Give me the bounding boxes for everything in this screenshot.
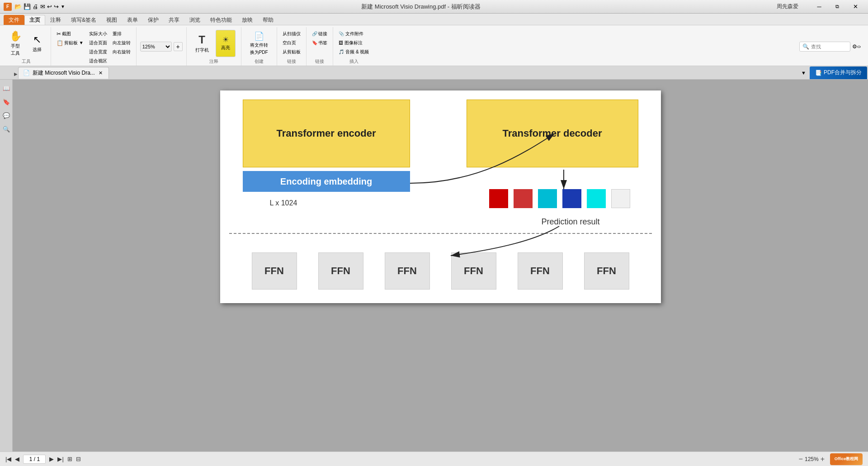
app-icon: F <box>4 3 12 11</box>
search-settings-btn[interactable]: ⚙ <box>852 43 857 50</box>
tools-group-label: 工具 <box>22 58 31 65</box>
tab-help[interactable]: 帮助 <box>258 15 278 25</box>
fit-region-btn[interactable]: 适合视区 <box>87 57 109 65</box>
blank-page-btn[interactable]: 空白页 <box>281 39 298 47</box>
ribbon-tabs: 文件 主页 注释 填写&签名 视图 表单 保护 共享 浏览 特色功能 放映 帮助 <box>0 14 868 25</box>
win-minimize-btn[interactable]: ─ <box>810 0 828 14</box>
from-scanner-btn[interactable]: 从扫描仪 <box>281 30 302 38</box>
hand-tool-btn[interactable]: ✋ 手型工具 <box>5 30 25 57</box>
screenshot-btn[interactable]: ✂截图 <box>55 30 85 38</box>
sidebar-btn-1[interactable]: 📖 <box>1 83 11 93</box>
zoom-in-btn[interactable]: + <box>174 42 183 51</box>
ribbon-group-typewriter: T 打字机 ☀ 高亮 注释 <box>187 27 241 66</box>
next-page-btn[interactable]: ▶ <box>49 456 54 462</box>
last-page-btn[interactable]: ▶| <box>57 456 63 462</box>
decoder-box: Transformer decoder <box>467 100 638 167</box>
page-input[interactable] <box>23 455 46 464</box>
color-squares-row <box>489 189 630 208</box>
link-btn[interactable]: 🔗 链接 <box>310 30 330 38</box>
tab-features[interactable]: 特色功能 <box>205 15 237 25</box>
ffn-box-2: FFN <box>318 252 363 290</box>
doc-tabbar: ▶ 📄 新建 Microsoft Visio Dra... ✕ ▼ 📑 PDF合… <box>0 66 868 80</box>
fit-page-btn[interactable]: 适合页面 <box>87 39 109 47</box>
sidebar-btn-4[interactable]: 🔍 <box>1 124 11 134</box>
win-restore-btn[interactable]: ⧉ <box>828 0 846 14</box>
zoom-controls-status: − 125% + <box>799 455 825 463</box>
tab-dropdown-btn[interactable]: ▼ <box>797 68 810 77</box>
color-sq-lightcyan <box>587 189 606 208</box>
zoom-select[interactable]: 125% 100% 75% 150% <box>140 42 172 52</box>
search-area: 🔍 ⚙ ‹ › <box>794 27 866 66</box>
clipboard-btn[interactable]: 📋剪贴板 ▼ <box>55 39 85 47</box>
encoder-box: Transformer encoder <box>243 100 410 167</box>
tab-share[interactable]: 共享 <box>164 15 184 25</box>
win-close-btn[interactable]: ✕ <box>846 0 864 14</box>
pdf-merge-btn[interactable]: 📑 PDF合并与拆分 <box>810 67 867 79</box>
screenshot-group: ✂截图 📋剪贴板 ▼ <box>55 30 85 47</box>
doc-tab-title: 新建 Microsoft Visio Dra... <box>33 69 95 77</box>
audio-video-btn[interactable]: 🎵 音频 & 视频 <box>337 48 371 56</box>
email-icon[interactable]: ✉ <box>40 3 45 10</box>
convert-pdf-btn[interactable]: 📄 将文件转换为PDF <box>247 30 271 57</box>
highlight-btn[interactable]: ☀ 高亮 <box>216 30 236 57</box>
doc-tab-active[interactable]: 📄 新建 Microsoft Visio Dra... ✕ <box>18 67 109 79</box>
search-icon: 🔍 <box>802 43 809 50</box>
search-box[interactable]: 🔍 <box>799 42 850 52</box>
open-icon[interactable]: 📂 <box>14 3 22 10</box>
color-sq-white <box>611 189 630 208</box>
color-sq-cyan <box>538 189 557 208</box>
typewriter-btn[interactable]: T 打字机 <box>192 30 212 57</box>
encoding-embedding-bar: Encoding embedding <box>243 171 410 192</box>
quick-access-toolbar: 📂 💾 🖨 ✉ ↩ ↪ ▼ <box>14 3 65 10</box>
tab-home[interactable]: 主页 <box>24 15 45 25</box>
insert-group-label: 插入 <box>349 58 359 65</box>
sidebar-btn-2[interactable]: 🔖 <box>1 97 11 107</box>
thumbnail-btn[interactable]: ⊟ <box>76 456 81 462</box>
search-nav-right-btn[interactable]: › <box>859 43 861 50</box>
convert-btn-group: 📄 将文件转换为PDF <box>247 28 271 58</box>
reflow-rotate-group: 重排 向左旋转 向右旋转 <box>111 30 132 56</box>
color-sq-red2 <box>514 189 533 208</box>
office-logo: Office教程网 <box>830 453 863 465</box>
from-clipboard-btn[interactable]: 从剪贴板 <box>281 48 302 56</box>
link-group-label: 链接 <box>287 58 296 65</box>
save-icon[interactable]: 💾 <box>24 3 31 10</box>
fit-width-btn[interactable]: 适合宽度 <box>87 48 109 56</box>
page-view-btn[interactable]: ⊞ <box>67 456 72 462</box>
ribbon-group-insert: 🔗 链接 🔖 书签 链接 <box>307 27 334 66</box>
ffn-box-1: FFN <box>252 252 297 290</box>
print-icon[interactable]: 🖨 <box>33 3 38 10</box>
actual-size-btn[interactable]: 实际大小 <box>87 30 109 38</box>
dashed-divider <box>229 233 652 234</box>
tab-form[interactable]: 表单 <box>122 15 143 25</box>
tab-fill-sign[interactable]: 填写&签名 <box>66 15 101 25</box>
reflow-btn[interactable]: 重排 <box>111 30 132 38</box>
first-page-btn[interactable]: |◀ <box>5 456 11 462</box>
redo-icon[interactable]: ↪ <box>54 3 59 10</box>
tab-browse[interactable]: 浏览 <box>184 15 205 25</box>
undo-icon[interactable]: ↩ <box>47 3 52 10</box>
expand-btn[interactable]: ▶ <box>13 67 19 81</box>
sidebar-btn-3[interactable]: 💬 <box>1 110 11 120</box>
prev-page-btn[interactable]: ◀ <box>15 456 19 462</box>
prediction-label: Prediction result <box>541 217 599 227</box>
bookmark-btn[interactable]: 🔖 书签 <box>310 39 330 47</box>
rotate-left-btn[interactable]: 向左旋转 <box>111 39 132 47</box>
file-attach-btn[interactable]: 📎 文件附件 <box>337 30 365 38</box>
customize-icon[interactable]: ▼ <box>61 4 65 9</box>
rotate-right-btn[interactable]: 向右旋转 <box>111 48 132 56</box>
select-tool-btn[interactable]: ↖ 选择 <box>27 30 47 57</box>
zoom-in-status-btn[interactable]: + <box>821 455 825 463</box>
search-input[interactable] <box>811 44 847 49</box>
image-mark-btn[interactable]: 🖼 图像标注 <box>337 39 364 47</box>
zoom-out-status-btn[interactable]: − <box>799 455 803 463</box>
ribbon-group-attachments: 📎 文件附件 🖼 图像标注 🎵 音频 & 视频 插入 <box>333 27 374 66</box>
doc-tab-close-btn[interactable]: ✕ <box>98 70 104 76</box>
tab-annotate[interactable]: 注释 <box>45 15 66 25</box>
tab-protect[interactable]: 保护 <box>143 15 164 25</box>
decoder-label: Transformer decoder <box>502 128 602 139</box>
tab-view[interactable]: 视图 <box>101 15 122 25</box>
window-controls: ─ ⧉ ✕ <box>810 0 864 14</box>
tab-present[interactable]: 放映 <box>237 15 258 25</box>
tab-file[interactable]: 文件 <box>4 15 24 25</box>
